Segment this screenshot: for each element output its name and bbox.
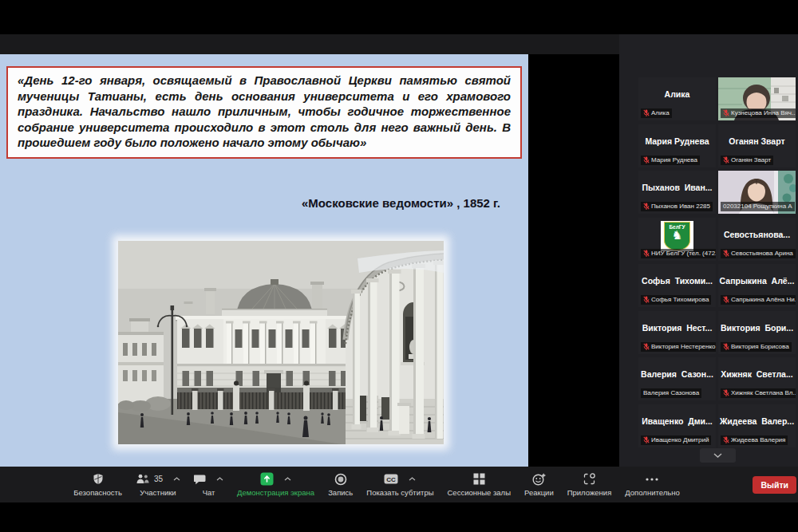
participant-chip-label: Мария Руднева [651,156,697,164]
chevron-up-icon [216,477,223,481]
share-screen-button[interactable]: Демонстрация экрана [237,472,314,497]
share-screen-icon [260,472,274,486]
share-menu-chevron[interactable] [284,477,291,481]
security-label: Безопасность [73,488,122,497]
participant-display-name: Софья Тихоми... [638,264,716,298]
mic-muted-icon [723,389,729,397]
participant-name-chip: Иващенко Дмитрий [641,435,711,445]
participant-chip-label: Алика [651,109,670,117]
chevron-up-icon [409,477,416,481]
participant-name-chip: Алика [641,108,672,118]
participant-tile[interactable]: Иващенко Дми... Иващенко Дмитрий [638,404,716,447]
participant-name-chip: Оганян Зварт [721,156,773,165]
participants-button[interactable]: 35 Участники [136,472,180,497]
reactions-button[interactable]: Реакции [524,472,554,497]
mic-muted-icon [723,343,729,351]
historic-photo [118,241,444,444]
participant-tile[interactable]: Хижняк Светла... Хижняк Светлана Вл... [718,357,796,400]
apps-button[interactable]: Приложения [567,472,612,497]
chat-menu-chevron[interactable] [216,477,223,481]
participant-display-name: Виктория Бори... [718,311,796,345]
participant-tile[interactable]: Виктория Бори... Виктория Борисова [718,311,796,354]
participant-tile-active-speaker[interactable]: 02032104 Рощупкина А [718,171,796,214]
participants-scroll-down-button[interactable] [700,448,736,463]
participant-name-chip: Виктория Борисова [721,342,792,352]
participant-tile[interactable]: Сапрыкина Алё... Сапрыкина Алёна Ни... [718,264,796,307]
breakout-rooms-button[interactable]: Сессионные залы [448,472,512,497]
apps-icon [583,473,595,485]
participant-tile[interactable]: Оганян Зварт Оганян Зварт [718,124,796,167]
participant-chip-label: Севостьянова Арина [731,250,793,258]
participant-tile[interactable]: Софья Тихоми... Софья Тихомирова [638,264,716,307]
participant-tile-logo[interactable]: БелГУ ♞ НИУ БелГУ (тел. (472... [638,218,716,261]
belgu-shield-icon: БелГУ ♞ [664,222,690,250]
participant-display-name: Сапрыкина Алё... [718,264,796,298]
record-button[interactable]: Запись [328,472,353,497]
participant-tile[interactable]: Виктория Нест... Виктория Нестеренко [638,311,716,354]
participant-name-chip: Кузнецова Инна Вяч... [721,108,796,118]
participants-menu-chevron[interactable] [173,477,180,481]
mic-muted-icon [643,296,650,304]
participant-tile[interactable]: Алика Алика [638,77,716,120]
participant-chip-label: Сапрыкина Алёна Ни... [731,296,796,304]
participant-tile[interactable]: Пыханов Иван... Пыханов Иван 2285 [638,171,716,214]
more-label: Дополнительно [625,488,679,497]
participant-name-chip: НИУ БелГУ (тел. (472... [641,249,716,258]
pegasus-icon: ♞ [672,229,682,241]
chevron-up-icon [284,477,291,481]
mic-muted-icon [723,436,729,444]
captions-menu-chevron[interactable] [409,477,416,481]
historic-building-illustration [118,241,444,444]
participant-tile[interactable]: Севостьянова... Севостьянова Арина [718,218,796,261]
breakout-rooms-label: Сессионные залы [448,488,512,497]
svg-text:CC: CC [387,476,397,483]
captions-button[interactable]: CC Показать субтитры [366,472,433,497]
record-icon [334,473,347,486]
participant-name-chip: Сапрыкина Алёна Ни... [721,295,796,305]
participant-display-name: Оганян Зварт [718,124,796,158]
apps-label: Приложения [567,488,612,497]
participant-chip-label: Иващенко Дмитрий [651,436,709,444]
participant-display-name: Мария Руднева [638,124,716,158]
participant-display-name: Иващенко Дми... [638,404,716,438]
belgu-logo: БелГУ ♞ [661,221,693,251]
participants-label: Участники [140,488,176,497]
chat-icon [194,474,206,485]
participant-display-name: Виктория Нест... [638,311,716,345]
quote-text: «День 12-го января, освящаемый в Правосл… [18,73,511,149]
participant-tile[interactable]: Жидеева Валер... Жидеева Валерия [718,404,796,447]
participants-icon [136,474,150,484]
participant-chip-label: Виктория Нестеренко [651,343,716,351]
leave-meeting-button[interactable]: Выйти [753,476,796,494]
mic-muted-icon [643,109,650,117]
participant-tile-video[interactable]: Кузнецова Инна Вяч... [718,77,796,120]
shared-slide: «День 12-го января, освящаемый в Правосл… [0,54,528,467]
participant-name-chip: Севостьянова Арина [721,249,796,258]
chevron-down-icon [713,453,722,458]
mic-muted-icon [643,156,650,164]
participant-chip-label: Виктория Борисова [731,343,789,351]
quote-box: «День 12-го января, освящаемый в Правосл… [6,66,522,159]
mic-muted-icon [723,250,729,258]
participant-tiles-grid: Алика Алика Кузнецова [638,77,796,447]
reactions-label: Реакции [524,488,554,497]
participant-display-name: Хижняк Светла... [718,357,796,391]
chevron-up-icon [173,477,180,481]
participants-count: 35 [154,475,163,483]
participant-chip-label: НИУ БелГУ (тел. (472... [651,250,716,258]
chat-label: Чат [203,488,215,497]
participant-tile[interactable]: Валерия Сазон... Валерия Сазонова [638,357,716,400]
participant-tile[interactable]: Мария Руднева Мария Руднева [638,124,716,167]
more-button[interactable]: Дополнительно [625,472,679,497]
participant-chip-label: Кузнецова Инна Вяч... [731,109,796,117]
mic-muted-icon [723,109,729,117]
security-button[interactable]: Безопасность [73,472,122,497]
mic-muted-icon [643,203,650,211]
participant-name-chip: Валерия Сазонова [641,388,701,398]
participant-chip-label: Хижняк Светлана Вл... [731,389,796,397]
captions-label: Показать субтитры [366,488,433,497]
mic-muted-icon [723,296,729,304]
more-dots-icon [646,478,658,481]
chat-button[interactable]: Чат [194,472,223,497]
participant-chip-label: Пыханов Иван 2285 [651,203,710,211]
